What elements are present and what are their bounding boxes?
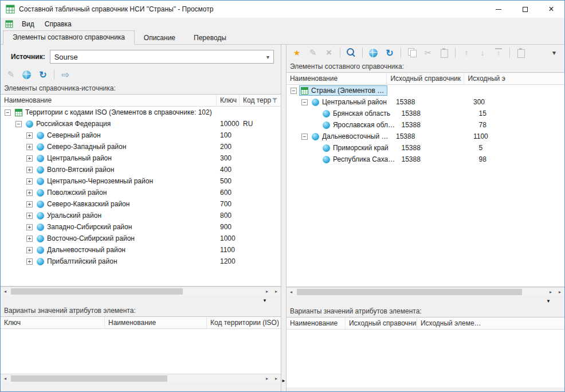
column-header-name[interactable]: Наименование (105, 317, 207, 328)
scroll-right-extra-icon[interactable]: ▸ (555, 288, 564, 296)
globe-refresh-icon[interactable] (20, 68, 34, 81)
tree-row[interactable]: − Страны (Элементов в справочнике: 6) (287, 85, 564, 96)
tree-row[interactable]: − Центральный район 15388 300 (287, 96, 564, 108)
expander-icon[interactable]: − (301, 134, 308, 140)
column-header-source-elem[interactable]: Исходный элеме… (417, 317, 564, 329)
expander-icon[interactable]: + (26, 144, 33, 150)
globe-refresh-icon[interactable] (367, 46, 380, 59)
search-icon[interactable] (344, 46, 358, 59)
add-icon[interactable] (290, 46, 304, 59)
expander-icon[interactable]: + (26, 155, 33, 162)
scrollbar-thumb[interactable] (297, 289, 522, 295)
column-header-code[interactable]: Код терр (240, 95, 281, 106)
toolbar-separator (340, 48, 340, 58)
expander-icon[interactable]: + (26, 258, 33, 265)
column-header-source-elem[interactable]: Исходный э (464, 73, 564, 84)
expander-icon[interactable]: − (15, 121, 22, 127)
edit-icon (306, 46, 320, 59)
tree-row[interactable]: Брянская область 15388 15 (287, 108, 564, 119)
combobox-arrow-icon[interactable]: ▾ (266, 54, 269, 60)
node-icon (323, 156, 330, 163)
source-tree-hscrollbar[interactable]: ◂ ▸ ▸ (1, 287, 281, 296)
tree-row[interactable]: + Дальневосточный район 1100 (1, 244, 281, 256)
expander-icon[interactable]: + (26, 236, 33, 242)
tree-row[interactable]: − Российская Федерация 10000 RU (1, 118, 281, 130)
expander-icon[interactable]: + (26, 224, 33, 230)
tree-row[interactable]: + Прибалтийский район 1200 (1, 256, 281, 267)
tree-row[interactable]: + Поволжский район 600 (1, 187, 281, 198)
expander-icon[interactable]: − (5, 109, 11, 116)
tree-row[interactable]: + Центрально-Черноземный район 500 (1, 175, 281, 187)
scrollbar-track[interactable] (296, 288, 546, 296)
expander-icon[interactable]: + (26, 132, 33, 139)
expander-icon[interactable]: − (291, 88, 297, 94)
column-header-key[interactable]: Ключ (217, 95, 240, 106)
scrollbar-thumb[interactable] (11, 288, 183, 295)
scroll-right-extra-icon[interactable]: ▸ (272, 287, 281, 296)
tree-row[interactable]: Республика Саха (Якутия) 15388 98 (287, 154, 564, 165)
expander-icon[interactable]: + (26, 213, 33, 219)
tree-row[interactable]: + Северо-Кавказский район 700 (1, 198, 281, 210)
scroll-right-icon[interactable]: ▸ (262, 374, 272, 383)
expander-icon[interactable]: − (301, 99, 308, 105)
send-right-icon[interactable] (58, 68, 72, 81)
tree-row[interactable]: + Северный район 100 (1, 130, 281, 141)
tab-description[interactable]: Описание (135, 32, 185, 45)
tree-row[interactable]: + Западно-Сибирский район 900 (1, 221, 281, 233)
tree-row[interactable]: Ярославская область 15388 78 (287, 119, 564, 131)
tree-row[interactable]: − Территории с кодами ISO (Элементов в с… (1, 107, 281, 118)
expander-icon[interactable]: + (26, 178, 33, 185)
column-header-name[interactable]: Наименование (287, 317, 346, 329)
scroll-left-icon[interactable]: ◂ (1, 374, 10, 383)
source-splitter-row: ▼ (1, 296, 281, 305)
maximize-button[interactable] (512, 1, 538, 18)
menu-item-help[interactable]: Справка (40, 18, 77, 30)
collapse-down-icon[interactable]: ▼ (543, 299, 554, 304)
column-header-name[interactable]: Наименование (1, 95, 217, 106)
scroll-right-icon[interactable]: ▸ (546, 288, 555, 296)
column-header-territory-code[interactable]: Код территории (ISO) (207, 317, 281, 328)
source-attrs-hscrollbar[interactable]: ◂ ▸ ▸ (1, 374, 281, 383)
scrollbar-track[interactable] (10, 287, 262, 296)
expander-icon[interactable]: + (26, 167, 33, 173)
column-header-key[interactable]: Ключ (1, 317, 105, 328)
scroll-left-icon[interactable]: ◂ (287, 288, 296, 296)
collapse-down-icon[interactable]: ▼ (259, 298, 270, 303)
tree-row[interactable]: + Северо-Западный район 200 (1, 141, 281, 152)
composite-tree-hscrollbar[interactable]: ◂ ▸ ▸ (287, 287, 564, 296)
tree-row[interactable]: + Волго-Вятский район 400 (1, 164, 281, 175)
splitter-collapse-icon[interactable]: ► (281, 378, 286, 383)
toolbar-dropdown-icon[interactable] (547, 46, 561, 59)
scroll-right-extra-icon[interactable]: ▸ (272, 374, 281, 383)
expander-icon[interactable]: + (26, 190, 33, 196)
refresh-icon[interactable] (383, 46, 397, 59)
column-header-name[interactable]: Наименование (287, 73, 387, 84)
filter-icon[interactable] (272, 98, 277, 103)
tree-row[interactable]: + Центральный район 300 (1, 152, 281, 164)
tab-translations[interactable]: Переводы (185, 32, 236, 45)
tree-row[interactable]: − Дальневосточный район 15388 1100 (287, 131, 564, 142)
tree-row[interactable]: + Восточно-Сибирский район 1000 (1, 233, 281, 244)
tree-row[interactable]: + Уральский район 800 (1, 210, 281, 221)
column-header-label: Наименование (290, 75, 338, 83)
scroll-right-icon[interactable]: ▸ (262, 287, 272, 296)
expander-icon[interactable]: + (26, 247, 33, 253)
source-combobox[interactable]: Sourse ▾ (50, 50, 274, 64)
tree-node-content: Дальневосточный район (36, 245, 127, 254)
node-icon (37, 166, 44, 174)
composite-tree-grid: Наименование Исходный справочник Исходны… (287, 72, 564, 287)
close-button[interactable]: × (538, 1, 564, 18)
tree-row[interactable]: Приморский край 15388 5 (287, 142, 564, 154)
scrollbar-track[interactable] (10, 374, 262, 383)
column-header-source-ref[interactable]: Исходный справочник (387, 73, 464, 84)
scrollbar-thumb[interactable] (11, 375, 167, 382)
tree-node: − Страны (Элементов в справочнике: 6) (287, 86, 387, 95)
column-header-source-ref[interactable]: Исходный справочник (346, 317, 417, 329)
panel-splitter[interactable]: ► (281, 45, 287, 391)
expander-icon[interactable]: + (26, 201, 33, 207)
tab-composite-elements[interactable]: Элементы составного справочника (3, 30, 135, 45)
refresh-icon[interactable] (36, 68, 50, 81)
minimize-button[interactable] (485, 1, 512, 18)
menu-item-view[interactable]: Вид (17, 18, 40, 30)
scroll-left-icon[interactable]: ◂ (1, 287, 10, 296)
